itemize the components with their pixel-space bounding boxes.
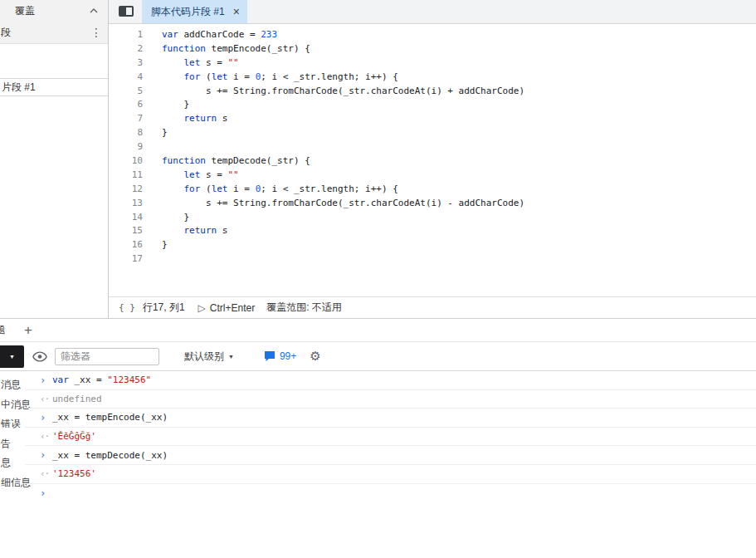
code-line[interactable]: 1var addCharCode = 233 xyxy=(109,28,756,42)
message-bubble-icon xyxy=(264,350,276,362)
console-output-row[interactable]: ‹·undefined xyxy=(25,390,756,409)
code-token xyxy=(162,225,184,236)
line-number: 15 xyxy=(109,224,143,238)
live-expression-eye-icon[interactable] xyxy=(32,351,47,362)
code-line[interactable]: 16} xyxy=(109,238,756,252)
console-toolbar: ▼ 默认级别 ▼ 99+ ⚙ xyxy=(0,342,756,371)
prompt-chevron-icon: › xyxy=(40,488,52,498)
code-token: undefined xyxy=(52,394,102,404)
code-token xyxy=(162,71,184,82)
code-token: var xyxy=(52,374,69,385)
code-line[interactable]: 13 s += String.fromCharCode(_str.charCod… xyxy=(109,197,756,211)
code-token: "" xyxy=(228,169,239,180)
code-line[interactable]: 8} xyxy=(109,126,756,140)
drawer-tab-partial[interactable]: 题 xyxy=(0,323,5,337)
close-tab-icon[interactable]: × xyxy=(233,6,240,17)
console-prompt-row[interactable]: › xyxy=(25,484,756,503)
snippet-list-item[interactable]: 片段 #1 xyxy=(0,78,108,96)
console-body: 消息中消息错误告息细信息 ›var _xx = "123456"‹·undefi… xyxy=(0,371,756,558)
code-token: s = xyxy=(200,57,227,68)
line-number: 1 xyxy=(109,28,143,42)
editor-tab-label: 脚本代码片段 #1 xyxy=(151,5,225,19)
code-line[interactable]: 4 for (let i = 0; i < _str.length; i++) … xyxy=(109,71,756,85)
console-input-row[interactable]: ›_xx = tempEncode(_xx) xyxy=(25,409,756,428)
log-level-dropdown[interactable]: 默认级别 ▼ xyxy=(184,350,234,364)
console-sidebar-item[interactable]: 消息 xyxy=(0,375,25,395)
code-token: ; i < _str.length; i++) { xyxy=(261,71,398,82)
code-line-content: function tempEncode(_str) { xyxy=(143,42,310,56)
console-sidebar: 消息中消息错误告息细信息 xyxy=(0,371,25,558)
code-token: _xx = xyxy=(69,374,107,385)
code-token xyxy=(162,57,184,68)
line-number: 13 xyxy=(109,197,143,211)
code-line-content: s += String.fromCharCode(_str.charCodeAt… xyxy=(143,197,524,211)
navigator-tab-overrides[interactable]: 覆盖 xyxy=(15,4,35,18)
code-token: i = xyxy=(228,71,256,82)
console-output-row[interactable]: ‹·'123456' xyxy=(25,465,756,484)
code-line[interactable]: 10function tempDecode(_str) { xyxy=(109,154,756,169)
issues-badge[interactable]: 99+ xyxy=(264,350,296,362)
settings-gear-icon[interactable]: ⚙ xyxy=(310,349,320,364)
navigator-snippets-row: 段 ⋮ xyxy=(0,22,108,44)
console-sidebar-item[interactable]: 错误 xyxy=(0,414,25,434)
add-tool-icon[interactable]: + xyxy=(24,323,32,337)
line-number: 4 xyxy=(109,71,143,85)
console-sidebar-item[interactable]: 细信息 xyxy=(0,473,25,493)
code-line[interactable]: 3 let s = "" xyxy=(109,56,756,71)
code-token: var xyxy=(162,29,178,40)
code-token xyxy=(162,113,184,124)
code-token: s += String.fromCharCode(_str.charCodeAt… xyxy=(162,86,524,96)
run-snippet-icon[interactable]: ▷ xyxy=(198,302,206,314)
code-line-content: s += String.fromCharCode(_str.charCodeAt… xyxy=(143,85,524,99)
code-line-content: var addCharCode = 233 xyxy=(143,28,277,42)
code-editor[interactable]: 1var addCharCode = 2332function tempEnco… xyxy=(109,24,756,296)
editor-pane: 脚本代码片段 #1 × 1var addCharCode = 2332funct… xyxy=(109,0,756,318)
code-line-content: for (let i = 0; i < _str.length; i++) { xyxy=(143,183,398,197)
console-row-text: '123456' xyxy=(52,468,96,479)
chevron-up-icon[interactable] xyxy=(90,8,98,13)
pretty-print-icon[interactable]: { } xyxy=(119,302,135,313)
code-line[interactable]: 11 let s = "" xyxy=(109,169,756,183)
code-token: ; i < _str.length; i++) { xyxy=(261,184,398,194)
context-selector-dropdown[interactable]: ▼ xyxy=(0,345,24,368)
console-messages: ›var _xx = "123456"‹·undefined›_xx = tem… xyxy=(25,371,756,558)
log-level-label: 默认级别 xyxy=(184,350,224,364)
code-line-content: } xyxy=(143,238,168,252)
console-row-text: _xx = tempEncode(_xx) xyxy=(52,412,168,423)
code-token: s = xyxy=(200,169,227,180)
code-line[interactable]: 15 return s xyxy=(109,224,756,238)
line-number: 14 xyxy=(109,211,143,225)
console-output-row[interactable]: ‹·'ĚěĜĝĞğ' xyxy=(25,428,756,447)
navigator-pane: 覆盖 段 ⋮ 片段 #1 xyxy=(0,0,109,318)
filter-input[interactable] xyxy=(55,348,159,365)
code-line-content: let s = "" xyxy=(143,56,239,71)
console-sidebar-item[interactable]: 中消息 xyxy=(0,395,25,415)
console-sidebar-item[interactable]: 息 xyxy=(0,453,25,473)
code-token: s xyxy=(217,225,227,236)
code-line[interactable]: 5 s += String.fromCharCode(_str.charCode… xyxy=(109,85,756,99)
toggle-navigator-icon[interactable] xyxy=(119,6,134,17)
code-line[interactable]: 6 } xyxy=(109,98,756,112)
console-input-row[interactable]: ›_xx = tempDecode(_xx) xyxy=(25,446,756,465)
code-token: } xyxy=(162,127,168,138)
code-token: 233 xyxy=(261,29,277,40)
code-line-content: return s xyxy=(143,112,228,126)
code-token: for xyxy=(184,184,201,194)
line-number: 2 xyxy=(109,42,143,56)
code-line[interactable]: 2function tempEncode(_str) { xyxy=(109,42,756,56)
code-token: s xyxy=(217,113,227,124)
code-line[interactable]: 14 } xyxy=(109,211,756,225)
editor-tab-snippet[interactable]: 脚本代码片段 #1 × xyxy=(142,0,247,23)
more-options-icon[interactable]: ⋮ xyxy=(90,26,102,39)
console-input-row[interactable]: ›var _xx = "123456" xyxy=(25,371,756,390)
code-token: for xyxy=(184,71,201,82)
code-token xyxy=(162,184,184,194)
code-line[interactable]: 17 xyxy=(109,252,756,267)
navigator-tab-snippets-partial[interactable]: 段 xyxy=(1,26,11,40)
code-line[interactable]: 9 xyxy=(109,140,756,154)
code-line[interactable]: 7 return s xyxy=(109,112,756,126)
console-sidebar-item[interactable]: 告 xyxy=(0,434,25,454)
code-line[interactable]: 12 for (let i = 0; i < _str.length; i++)… xyxy=(109,183,756,197)
navigator-header-row: 覆盖 xyxy=(0,0,108,22)
console-row-text: var _xx = "123456" xyxy=(52,374,151,385)
